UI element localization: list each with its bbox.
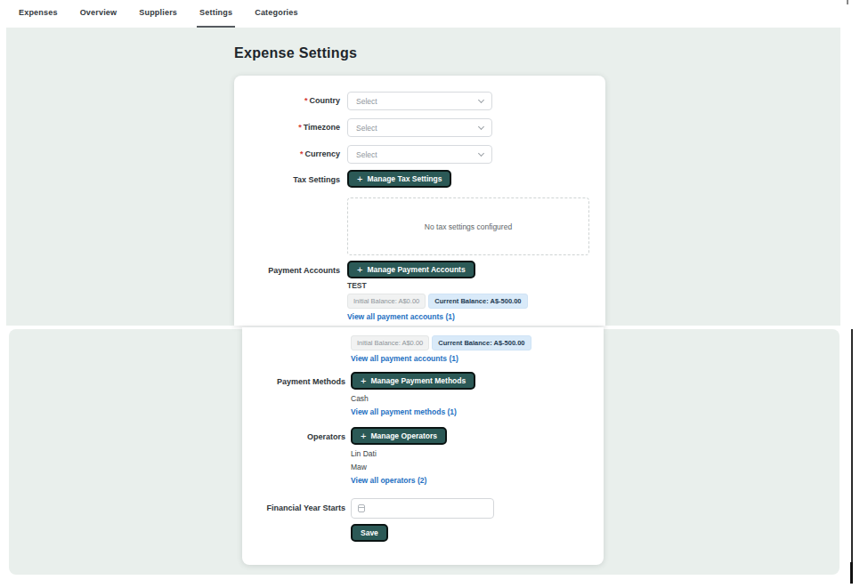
scrollbar-thumb[interactable] [850,562,853,584]
initial-balance-badge: Initial Balance: A$0.00 [347,294,426,309]
manage-operators-button[interactable]: + Manage Operators [351,427,447,445]
tab-overview[interactable]: Overview [77,0,120,28]
required-asterisk: * [300,149,304,158]
plus-icon: + [361,431,366,441]
tab-categories[interactable]: Categories [252,0,301,28]
required-asterisk: * [304,96,308,105]
operators-label: Operators [242,428,345,446]
chevron-down-icon [478,96,484,102]
country-select[interactable]: Select [347,92,492,110]
calendar-icon [358,504,365,512]
settings-form-card-upper: *Country Select *Timezone Select *Curren… [234,76,605,326]
view-all-operators-link[interactable]: View all operators (2) [351,476,426,485]
top-navbar: Expenses Overview Suppliers Settings Cat… [0,0,868,28]
financial-year-label: Financial Year Starts [242,498,345,519]
chevron-down-icon [478,123,484,129]
country-select-value: Select [356,97,479,106]
chevron-down-icon [478,149,484,156]
manage-tax-settings-button[interactable]: + Manage Tax Settings [347,170,451,188]
app-window: Expenses Overview Suppliers Settings Cat… [0,0,868,588]
financial-year-input[interactable] [351,498,494,519]
payment-accounts-label: Payment Accounts [234,262,340,279]
currency-select[interactable]: Select [347,145,492,164]
operator-item: Maw [351,463,367,471]
tab-expenses[interactable]: Expenses [16,0,61,28]
timezone-select[interactable]: Select [347,118,492,137]
payment-method-item: Cash [351,394,369,403]
tax-settings-label: Tax Settings [234,171,340,189]
plus-icon: + [357,265,362,275]
tab-settings[interactable]: Settings [197,0,235,28]
view-all-payment-methods-link[interactable]: View all payment methods (1) [351,407,457,416]
plus-icon: + [357,174,362,184]
payment-account-badges: Initial Balance: A$0.00 Current Balance:… [351,335,531,350]
currency-label: *Currency [234,145,340,164]
save-button[interactable]: Save [351,524,388,542]
operator-item: Lin Dati [351,449,377,458]
tax-settings-empty-box: No tax settings configured [347,197,589,255]
required-asterisk: * [298,123,302,132]
manage-payment-accounts-button[interactable]: + Manage Payment Accounts [347,261,475,278]
timezone-label: *Timezone [234,118,340,137]
timezone-select-value: Select [356,124,479,133]
payment-methods-label: Payment Methods [242,373,345,391]
view-all-payment-accounts-link[interactable]: View all payment accounts (1) [347,312,455,321]
view-all-payment-accounts-link[interactable]: View all payment accounts (1) [351,354,458,363]
country-label: *Country [234,92,340,110]
payment-account-name: TEST [347,281,367,290]
tab-suppliers[interactable]: Suppliers [136,0,180,28]
current-balance-badge: Current Balance: A$-500.00 [432,335,531,350]
scrollbar-top-tick [847,0,848,4]
initial-balance-badge: Initial Balance: A$0.00 [351,335,429,350]
plus-icon: + [361,376,366,386]
current-balance-badge: Current Balance: A$-500.00 [428,294,527,309]
settings-form-card-lower: Initial Balance: A$0.00 Current Balance:… [242,327,604,565]
page-title: Expense Settings [234,45,357,61]
tax-settings-empty-message: No tax settings configured [425,222,512,231]
manage-payment-methods-button[interactable]: + Manage Payment Methods [351,372,475,390]
currency-select-value: Select [356,150,479,159]
payment-account-badges: Initial Balance: A$0.00 Current Balance:… [347,294,528,309]
scrollbar[interactable] [851,329,853,584]
